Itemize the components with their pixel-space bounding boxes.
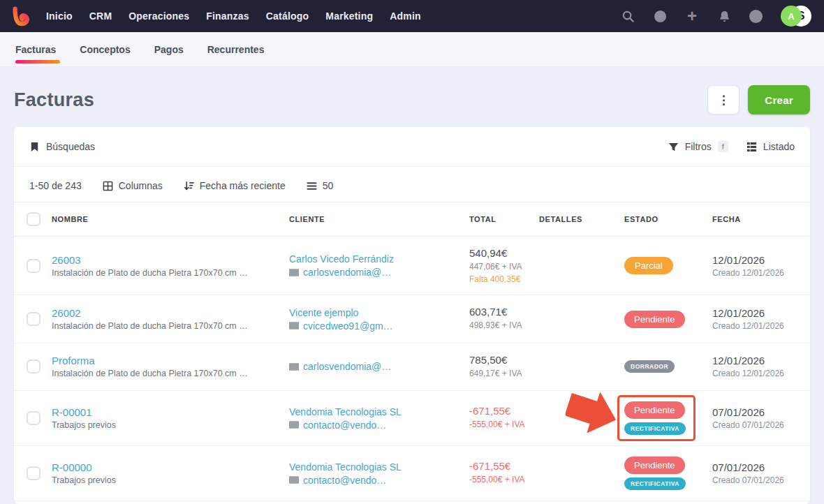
col-header-detalles[interactable]: DETALLES [539,215,624,223]
row-checkbox[interactable] [27,312,41,326]
client-name-link[interactable]: Vendomia Tecnologias SL [289,461,469,473]
saved-searches-label: Búsquedas [46,141,95,152]
list-view-icon [746,142,757,152]
client-name-link[interactable]: Vendomia Tecnologias SL [289,406,469,417]
nav-marketing[interactable]: Marketing [325,10,373,22]
status-badge: RECTIFICATIVA [624,477,686,490]
total-subtotal: -555,00€ + IVA [469,419,539,431]
col-header-cliente[interactable]: CLIENTE [289,215,469,223]
total-subtotal: -555,00€ + IVA [469,474,539,486]
help-icon[interactable] [653,9,667,23]
col-header-nombre[interactable]: NOMBRE [52,215,289,223]
nav-crm[interactable]: CRM [89,10,112,22]
client-name-link[interactable]: Carlos Vicedo Ferrándiz [289,253,469,265]
status-dot-icon[interactable] [749,10,763,23]
status-badges: PendienteRECTIFICATIVA [624,457,686,490]
app-logo-icon[interactable] [10,4,34,28]
more-actions-button[interactable]: ⋮ [707,85,740,114]
select-all-checkbox[interactable] [27,212,41,226]
invoice-date: 12/01/2026 [712,254,795,266]
nav-inicio[interactable]: Inicio [46,10,73,22]
nav-admin[interactable]: Admin [390,10,421,22]
total-subtotal: 498,93€ + IVA [469,320,539,332]
col-header-estado[interactable]: ESTADO [624,215,712,223]
total-amount: -671,55€ [469,405,539,417]
tab-pagos[interactable]: Pagos [154,32,184,66]
status-badges: BORRADOR [624,360,675,373]
client-email-text: carlosvendomia@… [303,267,391,278]
tab-recurrentes[interactable]: Recurrentes [207,32,265,66]
account-avatar-group[interactable]: S A [781,5,811,27]
client-email-link[interactable]: carlosvendomia@… [289,361,469,372]
notifications-bell-icon[interactable] [717,9,731,23]
main-menu: Inicio CRM Operaciones Finanzas Catálogo… [46,10,421,22]
row-checkbox[interactable] [27,360,41,373]
status-badge: BORRADOR [624,360,675,373]
row-checkbox[interactable] [27,259,41,273]
table-row[interactable]: 26002 Instalación de Plato de ducha Piet… [14,295,810,343]
invoice-date: 12/01/2026 [712,355,795,366]
status-cell: PendienteRECTIFICATIVA [624,457,712,490]
client-cell: Vicente ejemplo cvicedweo91@gm… [289,307,469,332]
bookmark-icon [29,142,40,152]
date-cell: 07/01/2026 Creado 07/01/2026 [712,461,795,485]
envelope-icon [289,269,299,276]
view-listado-button[interactable]: Listado [746,141,795,152]
invoice-number-link[interactable]: Proforma [52,355,289,366]
columns-button[interactable]: Columnas [103,180,163,191]
table-row[interactable]: R-00000 Trabajos previos Vendomia Tecnol… [14,446,810,501]
tab-facturas[interactable]: Facturas [15,32,56,66]
status-cell: Parcial [624,257,712,274]
invoice-name-cell: 26002 Instalación de Plato de ducha Piet… [52,307,289,331]
total-amount: 785,50€ [469,354,539,366]
saved-searches-button[interactable]: Búsquedas [29,141,95,152]
client-email-link[interactable]: contacto@vendo… [289,420,469,431]
col-header-total[interactable]: TOTAL [469,215,539,223]
total-cell: 540,94€ 447,06€ + IVA Falta 400,35€ [469,247,539,284]
total-amount: -671,55€ [469,460,539,472]
page-size-value: 50 [323,180,334,191]
create-button[interactable]: Crear [748,85,810,114]
invoice-number-link[interactable]: R-00000 [52,461,289,473]
sort-button[interactable]: Fecha más reciente [184,180,286,191]
search-icon[interactable] [621,9,635,23]
client-name-link[interactable]: Vicente ejemplo [289,307,469,318]
user-avatar: A [781,6,802,27]
invoice-date: 12/01/2026 [712,307,795,319]
invoice-name-cell: R-00000 Trabajos previos [52,461,289,485]
table-row[interactable]: Proforma Instalación de Plato de ducha P… [14,343,810,391]
row-checkbox[interactable] [27,466,41,480]
nav-operaciones[interactable]: Operaciones [128,10,189,22]
client-email-link[interactable]: carlosvendomia@… [289,267,469,278]
status-badge: Pendiente [624,457,685,474]
status-badges: Parcial [624,257,673,274]
date-cell: 12/01/2026 Creado 12/01/2026 [712,355,795,378]
filters-label: Filtros [685,141,712,152]
total-cell: 603,71€ 498,93€ + IVA [469,306,539,332]
table-row[interactable]: R-00001 Trabajos previos Vendomia Tecnol… [14,391,810,446]
client-email-text: cvicedweo91@gm… [303,320,393,332]
invoice-name-cell: Proforma Instalación de Plato de ducha P… [52,355,289,378]
page-size-button[interactable]: 50 [307,180,334,191]
invoice-number-link[interactable]: 26002 [52,307,289,319]
col-header-fecha[interactable]: FECHA [712,215,795,223]
filters-button[interactable]: Filtros f [668,141,728,152]
status-badge: RECTIFICATIVA [624,422,686,435]
table-row[interactable]: 26003 Instalación de Plato de ducha Piet… [14,237,810,295]
invoice-number-link[interactable]: 26003 [52,254,289,266]
tab-conceptos[interactable]: Conceptos [80,32,130,66]
invoice-number-link[interactable]: R-00001 [52,406,289,418]
client-email-link[interactable]: cvicedweo91@gm… [289,320,469,332]
invoice-description: Instalación de Plato de ducha Pietra 170… [52,321,289,331]
total-amount: 603,71€ [469,306,539,318]
nav-finanzas[interactable]: Finanzas [206,10,249,22]
total-subtotal: 447,06€ + IVA [469,261,539,273]
nav-catalogo[interactable]: Catálogo [266,10,309,22]
total-amount: 540,94€ [469,247,539,259]
envelope-icon [289,421,299,429]
row-checkbox[interactable] [27,411,41,425]
invoice-description: Instalación de Plato de ducha Pietra 170… [52,268,289,278]
client-email-link[interactable]: contacto@vendo… [289,475,469,486]
add-icon[interactable]: + [685,9,699,23]
top-navigation-bar: Inicio CRM Operaciones Finanzas Catálogo… [0,0,824,32]
